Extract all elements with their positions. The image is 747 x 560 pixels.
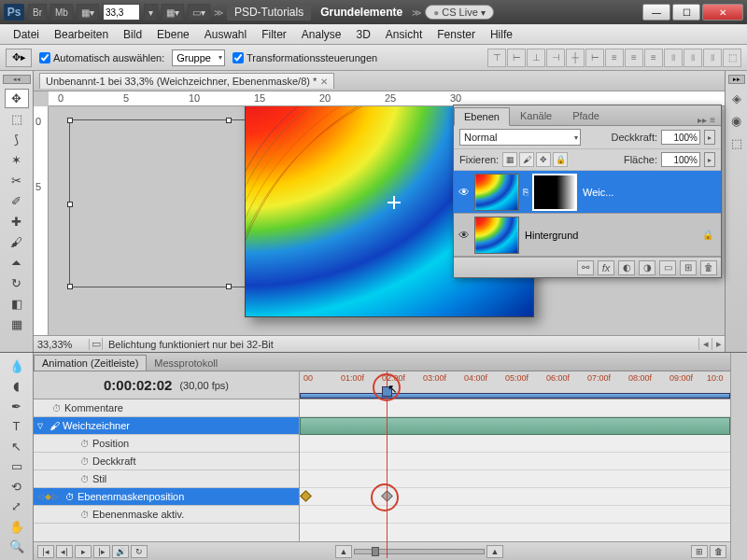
stamp-tool[interactable]: ⏶ (5, 253, 29, 273)
menu-datei[interactable]: Datei (6, 28, 47, 41)
link-icon[interactable]: ⎘ (521, 187, 530, 197)
menu-ebene[interactable]: Ebene (149, 28, 197, 41)
zoom-out-button[interactable]: ▲ (335, 545, 352, 558)
shape-tool[interactable]: ▭ (5, 457, 29, 477)
menu-auswahl[interactable]: Auswahl (197, 28, 254, 41)
visibility-icon[interactable]: 👁 (456, 186, 472, 199)
status-preview-icon[interactable]: ▭ (90, 338, 103, 350)
layer-row[interactable]: 👁 Hintergrund 🔒 (454, 214, 721, 257)
ruler-vertical[interactable]: 0 5 (34, 106, 49, 335)
distribute-icon[interactable]: ⦀ (703, 49, 722, 67)
breadcrumb-tutorials[interactable]: PSD-Tutorials (227, 4, 311, 21)
align-top-icon[interactable]: ⊤ (487, 49, 506, 67)
distribute-icon[interactable]: ≡ (644, 49, 663, 67)
document-tab[interactable]: Unbenannt-1 bei 33,3% (Weichzeichner, Eb… (39, 73, 334, 89)
minibridge-button[interactable]: Mb (50, 4, 73, 21)
path-select-tool[interactable]: ↖ (5, 437, 29, 456)
menu-ansicht[interactable]: Ansicht (378, 28, 430, 41)
zoom-tool[interactable]: 🔍 (5, 538, 29, 557)
layer-clip[interactable] (300, 417, 730, 435)
menu-filter[interactable]: Filter (254, 28, 294, 41)
maximize-button[interactable]: ☐ (672, 4, 700, 21)
timeline-ruler[interactable]: 00 01:00f 02:00f 03:00f 04:00f 05:00f 06… (300, 371, 730, 399)
menu-bearbeiten[interactable]: Bearbeiten (47, 28, 116, 41)
next-frame-button[interactable]: |▸ (93, 545, 110, 558)
cslive-button[interactable]: CS Live ▾ (425, 5, 494, 20)
mask-thumbnail[interactable] (532, 174, 577, 211)
lock-transparency-icon[interactable]: ▦ (502, 152, 517, 167)
work-area-bar[interactable] (300, 393, 730, 399)
timeline-lanes[interactable] (300, 399, 730, 541)
lock-all-icon[interactable]: 🔒 (553, 152, 568, 167)
zoom-field[interactable]: 33,3 (103, 4, 140, 21)
visibility-icon[interactable]: 👁 (456, 229, 472, 242)
layer-name[interactable]: Weic... (579, 187, 613, 198)
tab-animation[interactable]: Animation (Zeitleiste) (34, 355, 147, 371)
marquee-tool[interactable]: ⬚ (5, 109, 29, 129)
crop-tool[interactable]: ✂ (5, 171, 29, 190)
loop-button[interactable]: ↻ (131, 545, 148, 558)
play-button[interactable]: ▸ (75, 545, 92, 558)
menu-analyse[interactable]: Analyse (294, 28, 349, 41)
channels-dock-icon[interactable]: ◉ (728, 112, 745, 129)
move-tool[interactable]: ✥ (5, 89, 29, 108)
rewind-button[interactable]: |◂ (37, 545, 54, 558)
adjustment-icon[interactable]: ◑ (639, 260, 655, 275)
layer-name[interactable]: Hintergrund (521, 230, 578, 241)
heal-tool[interactable]: ✚ (5, 212, 29, 231)
group-icon[interactable]: ▭ (659, 260, 676, 275)
status-zoom[interactable]: 33,33% (34, 339, 90, 350)
track-style[interactable]: ⏱Stil (34, 470, 299, 488)
zoom-in-button[interactable]: ▲ (486, 545, 503, 558)
distribute-icon[interactable]: ≡ (625, 49, 643, 67)
track-mask-position[interactable]: ◁◆▷ ⏱Ebenenmaskenposition (34, 488, 299, 506)
hand-tool[interactable]: ✋ (5, 517, 29, 537)
layer-thumbnail[interactable] (474, 217, 519, 254)
3d-camera-tool[interactable]: ⤢ (5, 497, 29, 517)
audio-button[interactable]: 🔊 (112, 545, 129, 558)
type-tool[interactable]: T (5, 417, 29, 437)
distribute-icon[interactable]: ≡ (605, 49, 624, 67)
fill-field[interactable]: 100% (661, 152, 700, 167)
gradient-tool[interactable]: ▦ (5, 315, 29, 334)
auto-select-checkbox[interactable]: Automatisch auswählen: (39, 52, 164, 63)
timecode[interactable]: 0:00:02:02 (104, 377, 172, 393)
add-mask-icon[interactable]: ◐ (618, 260, 635, 275)
minimize-button[interactable]: — (642, 4, 670, 21)
close-tab-icon[interactable]: ✕ (320, 77, 328, 87)
move-tool-indicator[interactable]: ✥▸ (6, 49, 32, 67)
screenmode-button[interactable]: ▭▾ (188, 4, 210, 21)
trash-icon[interactable]: 🗑 (700, 260, 717, 275)
menu-fenster[interactable]: Fenster (430, 28, 483, 41)
track-mask-enable[interactable]: ⏱Ebenenmaske aktiv. (34, 506, 299, 524)
lock-pixels-icon[interactable]: 🖌 (519, 152, 534, 167)
menu-3d[interactable]: 3D (349, 28, 378, 41)
align-right-icon[interactable]: ⊢ (585, 49, 604, 67)
status-nav-right[interactable]: ▸ (712, 338, 725, 350)
panel-scrollbar[interactable] (730, 353, 747, 560)
align-bottom-icon[interactable]: ⊥ (527, 49, 545, 67)
fill-slider-toggle[interactable]: ▸ (704, 152, 715, 167)
track-comments[interactable]: ⏱Kommentare (34, 399, 299, 417)
track-opacity[interactable]: ⏱Deckkraft (34, 453, 299, 470)
align-left-icon[interactable]: ⊣ (546, 49, 565, 67)
close-button[interactable]: ✕ (702, 4, 743, 21)
pen-tool[interactable]: ✒ (5, 397, 29, 416)
layer-thumbnail[interactable] (474, 174, 519, 211)
link-layers-icon[interactable]: ⚯ (577, 260, 594, 275)
align-vcenter-icon[interactable]: ⊢ (507, 49, 526, 67)
prev-frame-button[interactable]: ◂| (56, 545, 73, 558)
dock-collapse[interactable]: ▸▸ (728, 75, 745, 84)
panel-menu-icon[interactable]: ▸▸ ≡ (692, 115, 721, 125)
menu-bild[interactable]: Bild (116, 28, 149, 41)
lasso-tool[interactable]: ⟆ (5, 130, 29, 149)
align-hcenter-icon[interactable]: ┼ (566, 49, 585, 67)
zoom-dropdown[interactable]: ▾ (144, 4, 158, 21)
paths-dock-icon[interactable]: ⬚ (728, 134, 745, 151)
tab-kanaele[interactable]: Kanäle (510, 106, 562, 125)
wand-tool[interactable]: ✶ (5, 150, 29, 170)
opacity-field[interactable]: 100% (661, 130, 700, 145)
eyedropper-tool[interactable]: ✐ (5, 191, 29, 211)
bridge-button[interactable]: Br (28, 4, 47, 21)
brush-tool[interactable]: 🖌 (5, 232, 29, 252)
